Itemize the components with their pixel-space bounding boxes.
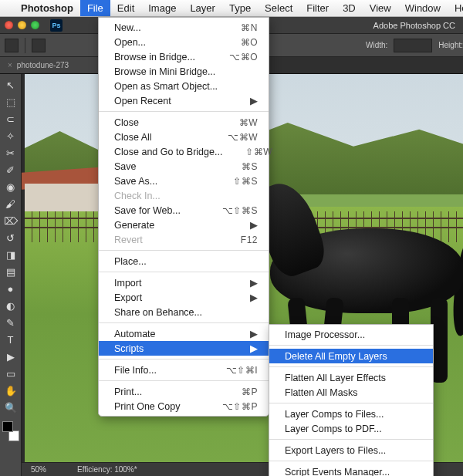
type-tool[interactable]: T <box>2 332 20 348</box>
scripts-menu-item-export-layers-to-files[interactable]: Export Layers to Files... <box>269 443 433 457</box>
menu-shortcut: ⌥⇧⌘P <box>222 401 258 412</box>
zoom-level[interactable]: 50% <box>31 465 46 474</box>
lasso-tool[interactable]: ⊂ <box>2 111 20 127</box>
file-menu-item-file-info[interactable]: File Info...⌥⇧⌘I <box>99 363 269 377</box>
menu-item-label: Close <box>114 117 239 128</box>
shape-tool[interactable]: ▭ <box>2 366 20 382</box>
scripts-menu-item-image-processor[interactable]: Image Processor... <box>269 327 433 342</box>
scripts-menu-item-script-events-manager[interactable]: Script Events Manager... <box>269 464 433 476</box>
efficiency-readout[interactable]: Efficiency: 100%* <box>77 465 137 474</box>
crop-tool[interactable]: ✂ <box>2 145 20 161</box>
scripts-menu-item-layer-comps-to-files[interactable]: Layer Comps to Files... <box>269 407 433 421</box>
menubar-item-filter[interactable]: Filter <box>299 0 336 16</box>
file-menu-item-open-as-smart-object[interactable]: Open as Smart Object... <box>99 79 269 93</box>
menu-item-label: Place... <box>114 256 258 267</box>
foreground-background-swatch[interactable] <box>2 421 19 441</box>
menu-item-label: Save As... <box>114 176 233 187</box>
menu-item-label: Browse in Bridge... <box>114 52 229 62</box>
menubar-item-file[interactable]: File <box>80 0 110 16</box>
history-brush-tool[interactable]: ↺ <box>2 230 20 246</box>
zoom-tool[interactable]: 🔍 <box>2 400 20 416</box>
file-menu-item-save-for-web[interactable]: Save for Web...⌥⇧⌘S <box>99 203 269 218</box>
document-tab-name: photodune-273 <box>17 61 69 69</box>
file-menu-item-browse-in-bridge[interactable]: Browse in Bridge...⌥⌘O <box>99 49 269 64</box>
file-menu-item-save[interactable]: Save⌘S <box>99 159 269 174</box>
file-menu-item-automate[interactable]: Automate▶ <box>99 326 269 341</box>
file-menu-item-close-and-go-to-bridge[interactable]: Close and Go to Bridge...⇧⌘W <box>99 144 269 159</box>
marquee-style-icon[interactable] <box>32 39 46 52</box>
eraser-tool[interactable]: ◨ <box>2 247 20 263</box>
file-menu-item-generate[interactable]: Generate▶ <box>99 218 269 232</box>
toolbox: ↖⬚⊂✧✂✐◉🖌⌦↺◨▤●◐✎T▶▭✋🔍 <box>0 74 22 476</box>
menu-shortcut: ⌘N <box>241 22 258 33</box>
menu-item-label: Close and Go to Bridge... <box>114 147 245 157</box>
tool-preset-icon[interactable] <box>5 39 19 52</box>
scripts-menu-item-layer-comps-to-pdf[interactable]: Layer Comps to PDF... <box>269 421 433 436</box>
file-menu-item-open-recent[interactable]: Open Recent▶ <box>99 93 269 108</box>
minimize-window-icon[interactable] <box>18 21 26 29</box>
menu-item-label: Image Processor... <box>285 329 422 340</box>
menubar-item-help[interactable]: Help <box>448 0 463 16</box>
menubar-item-type[interactable]: Type <box>222 0 258 16</box>
file-menu-item-share-on-behance[interactable]: Share on Behance... <box>99 305 269 319</box>
menu-item-label: Share on Behance... <box>114 307 258 318</box>
eyedropper-tool[interactable]: ✐ <box>2 162 20 178</box>
file-menu-item-close[interactable]: Close⌘W <box>99 115 269 130</box>
magic-wand-tool[interactable]: ✧ <box>2 128 20 144</box>
file-menu-item-new[interactable]: New...⌘N <box>99 20 269 35</box>
menubar-item-view[interactable]: View <box>363 0 398 16</box>
menu-item-label: Save for Web... <box>114 205 222 216</box>
dodge-tool[interactable]: ◐ <box>2 298 20 314</box>
path-select-tool[interactable]: ▶ <box>2 349 20 365</box>
width-field[interactable] <box>394 39 432 52</box>
file-menu-item-scripts[interactable]: Scripts▶ <box>99 341 269 356</box>
file-menu-item-import[interactable]: Import▶ <box>99 275 269 290</box>
menubar-item-layer[interactable]: Layer <box>183 0 222 16</box>
spot-heal-tool[interactable]: ◉ <box>2 179 20 195</box>
file-menu-item-browse-in-mini-bridge[interactable]: Browse in Mini Bridge... <box>99 64 269 79</box>
zoom-window-icon[interactable] <box>31 21 39 29</box>
gradient-tool[interactable]: ▤ <box>2 264 20 280</box>
menubar-item-image[interactable]: Image <box>141 0 183 16</box>
menu-item-label: Print One Copy <box>114 401 222 412</box>
file-menu-item-place[interactable]: Place... <box>99 254 269 268</box>
submenu-arrow-icon: ▶ <box>250 343 258 354</box>
scripts-menu-item-delete-all-empty-layers[interactable]: Delete All Empty Layers <box>269 349 433 363</box>
menu-item-label: Export <box>114 292 250 303</box>
close-window-icon[interactable] <box>5 21 13 29</box>
menu-item-label: Print... <box>114 387 242 397</box>
move-tool[interactable]: ↖ <box>2 77 20 93</box>
menu-item-label: Open as Smart Object... <box>114 81 258 92</box>
menubar-item-edit[interactable]: Edit <box>110 0 141 16</box>
menu-item-label: Delete All Empty Layers <box>285 351 422 362</box>
menu-item-label: Browse in Mini Bridge... <box>114 66 258 77</box>
menubar-item-window[interactable]: Window <box>398 0 448 16</box>
file-menu-item-print[interactable]: Print...⌘P <box>99 384 269 399</box>
file-menu: New...⌘NOpen...⌘OBrowse in Bridge...⌥⌘OB… <box>98 17 269 417</box>
brush-tool[interactable]: 🖌 <box>2 196 20 212</box>
file-menu-item-close-all[interactable]: Close All⌥⌘W <box>99 130 269 144</box>
menu-shortcut: F12 <box>241 235 258 245</box>
photoshop-app-icon: Ps <box>50 19 63 32</box>
blur-tool[interactable]: ● <box>2 281 20 297</box>
submenu-arrow-icon: ▶ <box>250 328 258 339</box>
menu-item-label: Check In... <box>114 191 258 201</box>
scripts-menu-item-flatten-all-masks[interactable]: Flatten All Masks <box>269 385 433 400</box>
menubar-item-3d[interactable]: 3D <box>336 0 363 16</box>
pen-tool[interactable]: ✎ <box>2 315 20 331</box>
menubar-app[interactable]: Photoshop <box>14 0 80 16</box>
marquee-tool[interactable]: ⬚ <box>2 94 20 110</box>
file-menu-item-export[interactable]: Export▶ <box>99 290 269 305</box>
menu-item-label: Import <box>114 278 250 289</box>
scripts-menu-item-flatten-all-layer-effects[interactable]: Flatten All Layer Effects <box>269 370 433 385</box>
hand-tool[interactable]: ✋ <box>2 383 20 399</box>
menu-item-label: Automate <box>114 329 250 339</box>
file-menu-item-open[interactable]: Open...⌘O <box>99 35 269 49</box>
file-menu-item-save-as[interactable]: Save As...⇧⌘S <box>99 174 269 188</box>
menu-item-label: Script Events Manager... <box>285 467 422 477</box>
menu-item-label: Generate <box>114 220 250 231</box>
file-menu-item-print-one-copy[interactable]: Print One Copy⌥⇧⌘P <box>99 399 269 414</box>
stamp-tool[interactable]: ⌦ <box>2 213 20 229</box>
close-tab-icon[interactable]: × <box>8 61 12 69</box>
menubar-item-select[interactable]: Select <box>258 0 299 16</box>
